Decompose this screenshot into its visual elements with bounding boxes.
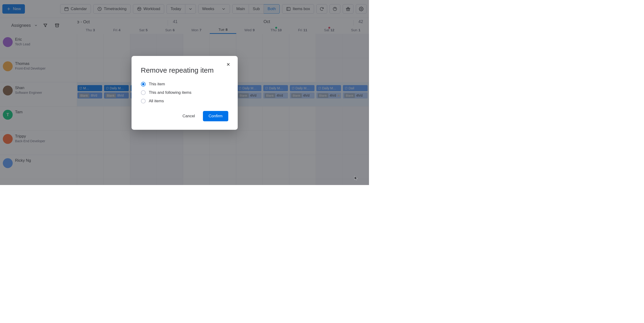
radio-label: This item: [149, 82, 165, 87]
radio-all-items[interactable]: All items: [141, 99, 228, 103]
radio-label: This and following items: [149, 90, 192, 95]
radio-label: All items: [149, 99, 164, 103]
remove-repeating-modal: Remove repeating item This item This and…: [132, 56, 238, 130]
modal-close-button[interactable]: [225, 61, 232, 68]
confirm-label: Confirm: [208, 114, 223, 118]
cancel-label: Cancel: [182, 114, 195, 118]
confirm-button[interactable]: Confirm: [203, 111, 228, 121]
modal-overlay[interactable]: Remove repeating item This item This and…: [0, 0, 369, 185]
radio-indicator: [141, 99, 146, 103]
cancel-button[interactable]: Cancel: [178, 111, 200, 121]
close-icon: [226, 62, 231, 67]
modal-title: Remove repeating item: [141, 66, 228, 74]
radio-following-items[interactable]: This and following items: [141, 90, 228, 95]
radio-indicator: [141, 90, 146, 95]
mouse-cursor: [354, 176, 358, 181]
radio-indicator: [141, 82, 146, 87]
radio-this-item[interactable]: This item: [141, 82, 228, 87]
